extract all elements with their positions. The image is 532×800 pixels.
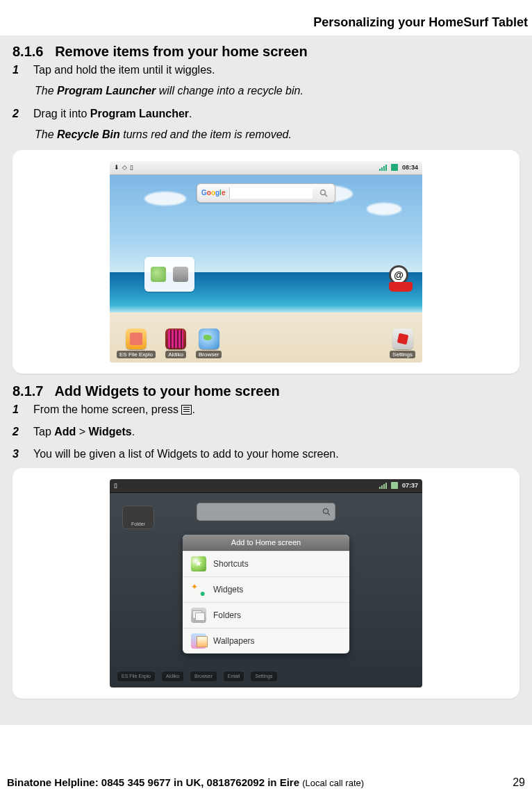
widget-icon-2 [173,267,188,282]
tablet-screenshot-1: ⬇ ◇ ▯ 08:34 Google [110,161,422,362]
option-shortcuts[interactable]: Shortcuts [183,551,349,576]
dim-dock: ES File Explo Aldiko Browser Email Setti… [110,671,422,682]
wifi-icon: ◇ [122,164,127,171]
section-817-heading: 8.1.7 Add Widgets to your home screen [13,383,519,399]
step-number: 1 [13,62,25,78]
shortcuts-icon [191,556,206,572]
option-label: Wallpapers [213,636,255,646]
section-817-title: Add Widgets to your home screen [54,383,279,399]
app-label: ES File Explo [117,351,156,358]
google-logo: Google [201,189,225,197]
search-widget-dimmed [197,503,335,521]
search-icon [322,508,331,516]
call-rate: (Local call rate) [302,778,364,788]
note-program-launcher: The Program Launcher will change into a … [35,83,519,99]
email-app-icon[interactable]: @ [389,265,417,290]
step-number: 2 [13,106,25,122]
section-817-number: 8.1.7 [13,383,43,399]
section-816-number: 8.1.6 [13,44,43,59]
app-label: Aldiko [165,351,186,358]
signal-icon [379,165,387,171]
status-bar: ⬇ ◇ ▯ 08:34 [110,161,422,175]
option-label: Folders [213,610,241,620]
battery-icon [391,164,398,171]
dock-item: Browser [190,671,217,682]
list-item: 1 From the home screen, press . [13,402,519,417]
page-footer: Binatone Helpline: 0845 345 9677 in UK, … [0,776,532,789]
svg-point-0 [321,190,326,194]
status-time: 08:34 [402,164,418,171]
folder-widget: Folder [122,506,154,529]
notif-icon: ▯ [114,482,117,489]
status-bar: ▯ 07:37 [110,479,422,493]
download-icon: ⬇ [114,164,119,171]
app-label: Browser [196,351,222,358]
note-recycle-bin: The Recycle Bin turns red and the item i… [35,127,519,142]
dock-item: ES File Explo [117,671,156,682]
option-folders[interactable]: Folders [183,602,349,628]
app-es-file-explorer[interactable]: ES File Explo [117,328,156,358]
section-816-heading: 8.1.6 Remove items from your home screen [13,44,519,60]
step-number: 2 [13,424,25,440]
figure-add-to-home: ▯ 07:37 Folder Add to Home screen [13,468,519,699]
figure-home-screen: ⬇ ◇ ▯ 08:34 Google [13,150,519,374]
home-widget[interactable] [144,257,194,292]
widgets-icon [191,582,206,597]
section-817-steps: 1 From the home screen, press . 2 Tap Ad… [13,402,519,462]
option-widgets[interactable]: Widgets [183,576,349,602]
search-icon[interactable] [317,186,331,200]
step-text: From the home screen, press . [33,402,519,417]
aldiko-icon [165,328,186,349]
dock-item: Settings [250,671,277,682]
list-item: 3 You will be given a list of Widgets to… [13,447,519,462]
list-item: 2 Drag it into Program Launcher. [13,106,519,122]
folders-icon [191,608,206,623]
menu-icon [181,405,192,415]
option-wallpapers[interactable]: Wallpapers [183,628,349,653]
dimmed-home: Folder Add to Home screen Shortcuts Widg… [110,493,422,688]
battery-icon [391,482,398,489]
home-wallpaper: Google @ [110,175,422,362]
wallpapers-icon [191,633,206,649]
app-browser[interactable]: Browser [196,328,222,358]
svg-line-1 [325,194,328,197]
panel-title: Add to Home screen [183,535,349,551]
step-number: 3 [13,447,25,462]
app-aldiko[interactable]: Aldiko [165,328,186,358]
signal-icon [379,483,387,489]
content-area: 8.1.6 Remove items from your home screen… [0,35,532,725]
widget-icon-1 [151,267,166,282]
section-816-title: Remove items from your home screen [55,44,307,59]
svg-point-2 [324,508,329,513]
settings-icon [392,328,413,349]
step-text: Drag it into Program Launcher. [33,106,519,122]
dock-item: Email [223,671,245,682]
page-number: 29 [513,776,525,789]
section-816-steps: 1 Tap and hold the item until it wiggles… [13,62,519,78]
step-number: 1 [13,402,25,417]
sd-icon: ▯ [130,164,133,171]
option-label: Widgets [213,585,243,594]
app-settings[interactable]: Settings [390,328,415,358]
chapter-title: Personalizing your HomeSurf Tablet [0,0,532,35]
es-file-icon [126,328,147,349]
status-time: 07:37 [402,482,418,489]
step-text: Tap and hold the item until it wiggles. [33,62,519,78]
tablet-screenshot-2: ▯ 07:37 Folder Add to Home screen [110,479,422,688]
list-item: 2 Tap Add > Widgets. [13,424,519,440]
app-label: Settings [390,351,415,358]
google-search-widget[interactable]: Google [197,183,335,203]
section-816-steps-cont: 2 Drag it into Program Launcher. [13,106,519,122]
app-dock: ES File Explo Aldiko Browser [110,328,422,358]
email-label-bg [389,282,413,292]
search-input[interactable] [229,188,313,199]
option-label: Shortcuts [213,559,249,569]
dock-item: Aldiko [161,671,184,682]
list-item: 1 Tap and hold the item until it wiggles… [13,62,519,78]
step-text: You will be given a list of Widgets to a… [33,447,519,462]
add-to-home-panel: Add to Home screen Shortcuts Widgets Fol… [183,535,349,653]
helpline-text: Binatone Helpline: 0845 345 9677 in UK, … [7,776,302,788]
svg-line-3 [328,512,331,515]
browser-icon [199,328,219,349]
step-text: Tap Add > Widgets. [33,424,519,440]
